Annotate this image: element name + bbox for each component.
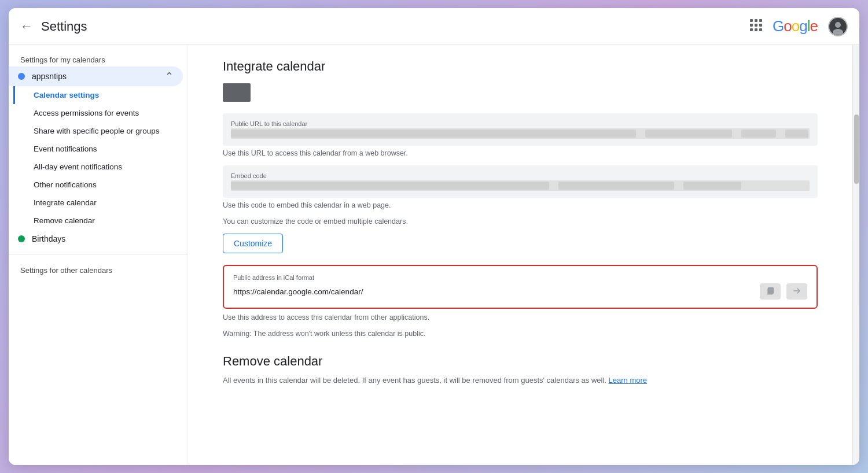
scrollbar[interactable] — [852, 45, 859, 465]
remove-calendar-desc: All events in this calendar will be dele… — [223, 375, 818, 386]
header-left: ← Settings — [20, 19, 87, 34]
sidebar-item-access-permissions[interactable]: Access permissions for events — [13, 104, 187, 122]
calendar-color-swatch[interactable] — [223, 83, 251, 102]
embed-helper2: You can customize the code or embed mult… — [223, 217, 818, 226]
ical-copy-button[interactable] — [760, 283, 781, 300]
header: ← Settings Google — [9, 8, 859, 45]
main-window: ← Settings Google — [9, 8, 859, 465]
embed-code-label: Embed code — [231, 172, 810, 179]
svg-rect-1 — [755, 19, 757, 22]
appsntips-name: appsntips — [32, 72, 163, 81]
svg-rect-7 — [755, 28, 757, 31]
sidebar-item-birthdays[interactable]: Birthdays — [9, 230, 187, 248]
remove-calendar-title: Remove calendar — [223, 354, 818, 369]
ical-open-button[interactable] — [786, 283, 807, 300]
remove-desc-text: All events in this calendar will be dele… — [223, 376, 606, 385]
main-content: Integrate calendar Public URL to this ca… — [188, 45, 852, 465]
chevron-up-icon[interactable]: ⌃ — [165, 70, 174, 83]
header-right: Google — [749, 17, 848, 36]
sidebar-item-share-specific[interactable]: Share with specific people or groups — [13, 122, 187, 140]
svg-rect-5 — [759, 24, 762, 27]
public-url-helper: Use this URL to access this calendar fro… — [223, 149, 818, 157]
ical-url-row: https://calendar.google.com/calendar/ — [233, 283, 807, 300]
ical-label: Public address in iCal format — [233, 274, 807, 281]
avatar[interactable] — [828, 17, 848, 36]
svg-rect-2 — [759, 19, 762, 22]
appsntips-dot — [18, 73, 25, 80]
sidebar: Settings for my calendars appsntips ⌃ Ca… — [9, 45, 188, 465]
svg-rect-8 — [759, 28, 762, 31]
birthdays-name: Birthdays — [32, 234, 178, 243]
back-button[interactable]: ← — [20, 19, 33, 34]
svg-point-10 — [835, 22, 841, 28]
sidebar-item-remove-calendar[interactable]: Remove calendar — [13, 212, 187, 230]
svg-rect-3 — [750, 24, 753, 27]
scrollbar-thumb[interactable] — [854, 114, 859, 184]
sidebar-item-allday-notifications[interactable]: All-day event notifications — [13, 158, 187, 176]
other-calendars-label: Settings for other calendars — [9, 260, 187, 277]
body: Settings for my calendars appsntips ⌃ Ca… — [9, 45, 859, 465]
svg-rect-0 — [750, 19, 753, 22]
public-url-value — [231, 128, 810, 139]
public-url-label: Public URL to this calendar — [231, 120, 810, 127]
my-calendars-label: Settings for my calendars — [9, 50, 187, 66]
page-title: Settings — [41, 19, 87, 34]
svg-rect-6 — [750, 28, 753, 31]
learn-more-link[interactable]: Learn more — [609, 376, 647, 385]
svg-rect-13 — [768, 287, 774, 294]
integrate-calendar-title: Integrate calendar — [223, 59, 818, 74]
birthdays-dot — [18, 235, 25, 242]
embed-code-field: Embed code — [223, 165, 818, 198]
svg-rect-4 — [755, 24, 757, 27]
customize-button[interactable]: Customize — [223, 234, 283, 253]
grid-icon[interactable] — [749, 19, 762, 34]
google-logo: Google — [773, 17, 818, 35]
sidebar-item-other-notifications[interactable]: Other notifications — [13, 176, 187, 194]
ical-url-text[interactable]: https://calendar.google.com/calendar/ — [233, 287, 754, 296]
sidebar-item-calendar-settings[interactable]: Calendar settings — [13, 86, 187, 104]
ical-helper1: Use this address to access this calendar… — [223, 313, 818, 322]
ical-address-box: Public address in iCal format https://ca… — [223, 265, 818, 309]
sidebar-item-appsntips[interactable]: appsntips ⌃ — [9, 66, 183, 86]
ical-warning: Warning: The address won't work unless t… — [223, 330, 818, 338]
sidebar-item-event-notifications[interactable]: Event notifications — [13, 140, 187, 158]
embed-helper1: Use this code to embed this calendar in … — [223, 201, 818, 209]
sidebar-item-integrate-calendar[interactable]: Integrate calendar — [13, 194, 187, 212]
sidebar-divider — [9, 254, 187, 254]
embed-code-value — [231, 180, 810, 191]
public-url-field: Public URL to this calendar — [223, 113, 818, 146]
